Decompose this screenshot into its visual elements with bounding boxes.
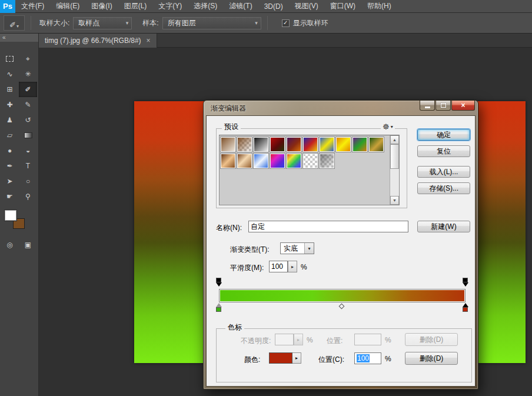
sample-size-dropdown[interactable]: 取样点 ▾	[73, 17, 132, 29]
foreground-color-swatch[interactable]	[5, 210, 16, 221]
dodge-tool[interactable]: ◒	[19, 143, 37, 158]
path-selection-icon: ➤	[6, 177, 12, 185]
ok-button[interactable]: 确定	[417, 129, 470, 141]
brush-tool[interactable]: ✎	[19, 97, 37, 112]
sample-layers-dropdown[interactable]: 所有图层 ▾	[162, 17, 261, 29]
color-label: 颜色:	[244, 355, 260, 365]
path-selection-tool[interactable]: ➤	[1, 174, 19, 189]
gradient-preset[interactable]	[253, 137, 269, 152]
gradient-preview-bar[interactable]	[219, 289, 466, 302]
type-tool[interactable]: T	[19, 158, 37, 174]
color-picker-arrow-button[interactable]: ▸	[292, 352, 301, 364]
sample-label: 样本:	[142, 18, 158, 28]
menu-item-filter[interactable]: 滤镜(T)	[223, 0, 258, 13]
scrollbar-thumb[interactable]	[390, 144, 399, 169]
menu-item-edit[interactable]: 编辑(E)	[50, 0, 85, 13]
menu-item-type[interactable]: 文字(Y)	[152, 0, 188, 13]
gradient-preset[interactable]	[286, 153, 302, 169]
ellipse-tool[interactable]: ○	[19, 174, 37, 189]
tools-panel-header[interactable]: «	[0, 34, 38, 42]
load-button[interactable]: 载入(L)...	[417, 166, 470, 178]
opacity-stop-right[interactable]	[462, 278, 468, 287]
screen-mode-button[interactable]: ▣	[19, 237, 37, 252]
minimize-button[interactable]	[420, 101, 435, 111]
menu-item-image[interactable]: 图像(I)	[85, 0, 118, 13]
presets-menu-button[interactable]: ☸ ▾	[381, 122, 395, 131]
magic-wand-icon: ✳	[25, 70, 31, 78]
gradient-preset[interactable]	[237, 153, 252, 169]
gradient-preset[interactable]	[286, 137, 302, 152]
arrow-right-icon: ▸	[297, 337, 300, 342]
quick-mask-button[interactable]: ◎	[1, 237, 19, 252]
menu-item-3d[interactable]: 3D(D)	[258, 0, 289, 13]
opacity-stop-left[interactable]	[215, 278, 222, 287]
stop-pointer-icon	[216, 282, 222, 287]
zoom-tool[interactable]: ⚲	[19, 189, 37, 204]
lasso-icon: ∿	[6, 70, 12, 78]
gradient-preset[interactable]	[270, 137, 285, 152]
rectangular-marquee-tool[interactable]	[1, 51, 19, 66]
new-button[interactable]: 新建(W)	[417, 221, 470, 232]
gradient-midpoint-handle[interactable]	[339, 304, 345, 310]
gradient-preset[interactable]	[335, 137, 351, 152]
gradient-type-dropdown[interactable]: 实底 ▾	[280, 242, 314, 254]
gradient-preset[interactable]	[220, 137, 236, 152]
scroll-up-icon[interactable]: ▲	[390, 135, 399, 144]
close-button[interactable]: ×	[451, 101, 475, 111]
hand-tool[interactable]: ☛	[1, 189, 19, 204]
crop-tool[interactable]: ⊞	[1, 82, 19, 97]
gradient-preset[interactable]	[319, 153, 335, 169]
color-stop-left[interactable]	[215, 303, 222, 312]
eyedropper-tool[interactable]: ✐	[19, 82, 37, 97]
gradient-editor-dialog[interactable]: 渐变编辑器 × 预设 ☸ ▾	[203, 100, 478, 390]
gradient-preset[interactable]	[220, 153, 236, 169]
gradient-preset[interactable]	[368, 137, 384, 152]
delete-color-button[interactable]: 删除(D)	[405, 352, 458, 365]
gradient-preset[interactable]	[237, 137, 252, 152]
clone-stamp-tool[interactable]: ♟	[1, 112, 19, 128]
gradient-preset[interactable]	[319, 137, 335, 152]
blur-tool[interactable]: ●	[1, 143, 19, 158]
chevron-down-icon: ▾	[252, 20, 261, 26]
move-tool[interactable]: ⌖	[19, 51, 37, 66]
scroll-down-icon[interactable]: ▼	[390, 196, 399, 205]
maximize-button[interactable]	[435, 101, 451, 111]
gradient-icon	[24, 132, 32, 138]
history-brush-tool[interactable]: ↺	[19, 112, 37, 128]
gradient-preset[interactable]	[302, 137, 318, 152]
eraser-tool[interactable]: ▱	[1, 128, 19, 143]
gradient-preset[interactable]	[270, 153, 285, 169]
stop-color-swatch[interactable]	[269, 352, 292, 364]
document-tab[interactable]: timg (7).jpg @ 66.7%(RGB/8#) ×	[39, 34, 157, 48]
gradient-preset[interactable]	[352, 137, 368, 152]
smoothness-input[interactable]: 100	[269, 261, 288, 272]
color-stop-right-selected[interactable]	[462, 303, 468, 312]
magic-wand-tool[interactable]: ✳	[19, 66, 37, 82]
reset-button[interactable]: 复位	[417, 145, 470, 157]
menu-item-select[interactable]: 选择(S)	[188, 0, 223, 13]
lasso-tool[interactable]: ∿	[1, 66, 19, 82]
color-swatches	[5, 210, 31, 236]
eraser-icon: ▱	[7, 131, 12, 139]
menu-item-view[interactable]: 视图(V)	[289, 0, 324, 13]
close-icon[interactable]: ×	[147, 36, 151, 45]
save-button[interactable]: 存储(S)...	[417, 182, 470, 194]
pen-tool[interactable]: ✒	[1, 158, 19, 174]
gradient-preset[interactable]	[302, 153, 318, 169]
show-sampling-ring-checkbox[interactable]: ✓	[282, 19, 290, 27]
tool-preset-picker[interactable]: ✐ ▾	[4, 15, 25, 31]
arrow-right-icon: ▸	[291, 264, 294, 269]
menu-item-layer[interactable]: 图层(L)	[118, 0, 153, 13]
name-input[interactable]: 自定	[248, 221, 408, 232]
presets-scrollbar[interactable]: ▲ ▼	[390, 135, 399, 205]
menu-item-help[interactable]: 帮助(H)	[361, 0, 397, 13]
document-tab-title: timg (7).jpg @ 66.7%(RGB/8#)	[45, 36, 141, 45]
gradient-preset[interactable]	[253, 153, 269, 169]
position-c-input[interactable]: 100	[354, 352, 381, 364]
healing-brush-tool[interactable]: ✚	[1, 97, 19, 112]
smoothness-slider-button[interactable]: ▸	[288, 261, 297, 272]
menu-item-file[interactable]: 文件(F)	[15, 0, 50, 13]
gradient-tool[interactable]	[19, 128, 37, 143]
dodge-icon: ◒	[26, 147, 30, 155]
menu-item-window[interactable]: 窗口(W)	[324, 0, 361, 13]
